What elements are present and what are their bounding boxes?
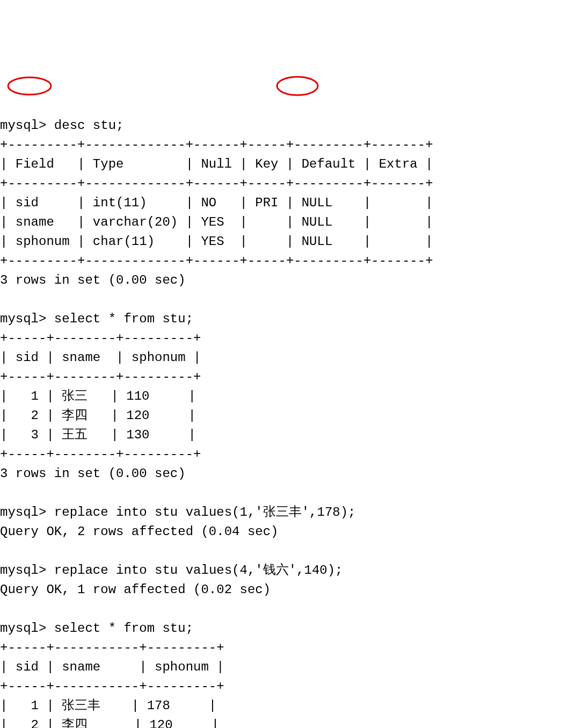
mysql-prompt: mysql> [0,505,46,520]
select1-table-border: +-----+--------+---------+ [0,331,201,345]
table-row: | sid | int(11) | NO | PRI | NULL | | [0,196,433,210]
table-row: | 1 | 张三丰 | 178 | [0,698,216,713]
svg-point-0 [8,77,51,95]
table-row: | 2 | 李四 | 120 | [0,408,196,423]
desc-table-border: +---------+-------------+------+-----+--… [0,138,433,152]
select2-table-border: +-----+-----------+---------+ [0,640,224,655]
command-replace2: replace into stu values(4,'钱六',140); [54,563,343,578]
desc-table-border: +---------+-------------+------+-----+--… [0,176,433,191]
select2-table-header: | sid | sname | sphonum | [0,660,224,674]
mysql-prompt: mysql> [0,118,46,133]
command-select2: select * from stu; [54,621,193,636]
table-row: | 1 | 张三 | 110 | [0,389,196,403]
mysql-prompt: mysql> [0,312,46,326]
result-summary: 3 rows in set (0.00 sec) [0,273,186,287]
table-row: | sname | varchar(20) | YES | | NULL | | [0,215,433,229]
select1-table-border: +-----+--------+---------+ [0,370,201,384]
result-summary: Query OK, 2 rows affected (0.04 sec) [0,524,278,539]
annotation-circle-pri [274,74,320,98]
terminal-output: mysql> desc stu; +---------+------------… [0,116,576,728]
select2-table-border: +-----+-----------+---------+ [0,679,224,694]
table-row: | 3 | 王五 | 130 | [0,428,196,442]
svg-point-1 [277,77,318,95]
result-summary: Query OK, 1 row affected (0.02 sec) [0,582,271,597]
select1-table-header: | sid | sname | sphonum | [0,350,201,365]
result-summary: 3 rows in set (0.00 sec) [0,466,186,481]
table-row: | sphonum | char(11) | YES | | NULL | | [0,234,433,249]
annotation-circle-sid [5,74,54,98]
desc-table-header: | Field | Type | Null | Key | Default | … [0,157,433,171]
desc-table-border: +---------+-------------+------+-----+--… [0,254,433,268]
mysql-prompt: mysql> [0,563,46,578]
mysql-prompt: mysql> [0,621,46,636]
command-select1: select * from stu; [54,312,193,326]
table-row: | 2 | 李四 | 120 | [0,718,219,728]
command-replace1: replace into stu values(1,'张三丰',178); [54,505,356,520]
command-desc: desc stu; [54,118,124,133]
select1-table-border: +-----+--------+---------+ [0,447,201,462]
